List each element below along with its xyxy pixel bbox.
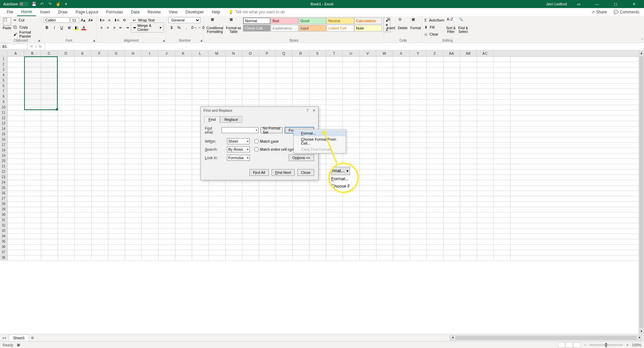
name-box[interactable]: B1 [1, 44, 27, 50]
column-header[interactable]: M [209, 50, 225, 56]
autosum-button[interactable]: Σ AutoSum [424, 17, 444, 23]
row-header[interactable]: 11 [0, 110, 7, 115]
save-icon[interactable]: 💾 [31, 1, 37, 7]
match-case-checkbox[interactable]: Match case [254, 139, 279, 143]
border-button[interactable]: ⊞ [66, 24, 72, 31]
fill-color-button[interactable]: ◧ [73, 24, 80, 31]
format-painter-button[interactable]: 🖌 Format Painter [13, 31, 39, 38]
style-explanatory[interactable]: Explanatory ... [271, 25, 298, 32]
delete-cells-button[interactable]: ⊟Delete [397, 17, 408, 31]
row-header[interactable]: 18 [0, 148, 7, 153]
zoom-out-icon[interactable]: − [584, 343, 586, 347]
font-launcher-icon[interactable]: ◢ [93, 39, 95, 42]
normal-view-icon[interactable] [558, 342, 565, 348]
column-header[interactable]: N [225, 50, 242, 56]
tab-data[interactable]: Data [127, 8, 143, 16]
number-format-select[interactable]: General [168, 17, 200, 23]
row-header[interactable]: 27 [0, 196, 7, 201]
style-bad[interactable]: Bad [271, 17, 298, 24]
row-header[interactable]: 13 [0, 121, 7, 126]
column-header[interactable]: AC [477, 50, 493, 56]
tab-developer[interactable]: Developer [181, 8, 208, 16]
formula-bar[interactable] [45, 43, 644, 50]
sheet-tab-sheet1[interactable]: Sheet1 [9, 335, 29, 341]
user-name[interactable]: Jerri Ledford [546, 2, 567, 6]
style-calculation[interactable]: Calculation [354, 17, 382, 24]
row-header[interactable]: 25 [0, 185, 7, 191]
style-check-cell[interactable]: Check Cell [243, 25, 271, 32]
ribbon-display-icon[interactable]: ▭ [572, 0, 585, 8]
dialog-tab-find[interactable]: Find [204, 116, 220, 123]
tab-draw[interactable]: Draw [54, 8, 71, 16]
add-sheet-button[interactable]: ⊕ [29, 336, 36, 340]
row-header[interactable]: 5 [0, 78, 7, 83]
enter-formula-icon[interactable]: ✓ [35, 44, 38, 49]
column-header[interactable]: U [343, 50, 359, 56]
conditional-formatting-button[interactable]: ▦ Conditional Formatting [206, 17, 224, 34]
align-left-icon[interactable]: ≡ [99, 24, 104, 31]
search-select[interactable]: By Rows▾ [227, 146, 250, 152]
increase-decimal-icon[interactable]: .0→ [190, 24, 197, 31]
row-header[interactable]: 20 [0, 158, 7, 164]
column-header[interactable]: Z [426, 50, 443, 56]
row-header[interactable]: 2 [0, 62, 7, 67]
cancel-formula-icon[interactable]: ✕ [30, 44, 33, 49]
column-header[interactable]: W [376, 50, 393, 56]
tab-insert[interactable]: Insert [36, 8, 54, 16]
column-header[interactable]: E [74, 50, 91, 56]
comments-button[interactable]: 💬 Comments [611, 9, 641, 15]
scroll-up-icon[interactable]: ▴ [639, 50, 644, 56]
row-header[interactable]: 37 [0, 250, 7, 255]
merge-center-button[interactable]: ⬌Merge & Center▾ [131, 22, 164, 33]
align-center-icon[interactable]: ≡ [105, 24, 111, 31]
row-header[interactable]: 24 [0, 180, 7, 185]
shrink-font-icon[interactable]: A▾ [87, 17, 94, 23]
column-header[interactable]: P [259, 50, 276, 56]
row-header[interactable]: 17 [0, 142, 7, 148]
column-header[interactable]: AA [443, 50, 460, 56]
tab-view[interactable]: View [165, 8, 182, 16]
row-header[interactable]: 32 [0, 223, 7, 228]
page-break-view-icon[interactable] [573, 342, 581, 348]
toggle-switch-icon[interactable] [19, 2, 28, 6]
collapse-ribbon-icon[interactable]: ˄ [641, 38, 643, 42]
column-header[interactable]: T [326, 50, 343, 56]
dialog-close-icon[interactable]: ✕ [312, 108, 315, 113]
dialog-tab-replace[interactable]: Replace [220, 116, 242, 123]
undo-icon[interactable]: ↶ [39, 1, 45, 7]
touch-mode-icon[interactable]: ☝ [55, 1, 61, 7]
decrease-decimal-icon[interactable]: ←.0 [198, 24, 204, 31]
style-good[interactable]: Good [299, 17, 326, 24]
row-header[interactable]: 30 [0, 212, 7, 217]
look-in-select[interactable]: Formulas▾ [227, 155, 250, 161]
autosave-toggle[interactable]: AutoSave [3, 2, 28, 6]
dialog-help-icon[interactable]: ? [306, 108, 308, 113]
row-header[interactable]: 38 [0, 255, 7, 260]
column-header[interactable]: J [158, 50, 175, 56]
column-header[interactable]: Q [276, 50, 292, 56]
orientation-icon[interactable]: ⟲ [121, 17, 127, 23]
column-header[interactable]: R [292, 50, 309, 56]
row-header[interactable]: 31 [0, 217, 7, 223]
minimize-icon[interactable]: — [590, 0, 604, 8]
row-header[interactable]: 19 [0, 153, 7, 158]
close-dialog-button[interactable]: Close [297, 169, 314, 176]
row-header[interactable]: 12 [0, 115, 7, 121]
column-header[interactable]: C [41, 50, 58, 56]
format-cells-button[interactable]: ▦Format [410, 17, 422, 31]
tab-file[interactable]: File [3, 8, 17, 16]
align-top-icon[interactable]: ⬆≡ [99, 17, 105, 23]
menu-format[interactable]: Format... [294, 130, 346, 136]
fx-icon[interactable]: fx [39, 44, 42, 49]
hscroll-thumb[interactable] [456, 336, 637, 340]
close-icon[interactable]: ✕ [627, 0, 641, 8]
fill-handle[interactable] [56, 108, 58, 110]
alignment-launcher-icon[interactable]: ◢ [163, 39, 165, 42]
font-color-button[interactable]: A [80, 24, 87, 31]
column-header[interactable]: F [91, 50, 108, 56]
tell-me-search[interactable]: 💡 Tell me what you want to do [228, 10, 285, 14]
accounting-icon[interactable]: $ [168, 24, 175, 31]
column-header[interactable]: O [242, 50, 259, 56]
row-header[interactable]: 6 [0, 83, 7, 89]
row-header[interactable]: 35 [0, 239, 7, 244]
